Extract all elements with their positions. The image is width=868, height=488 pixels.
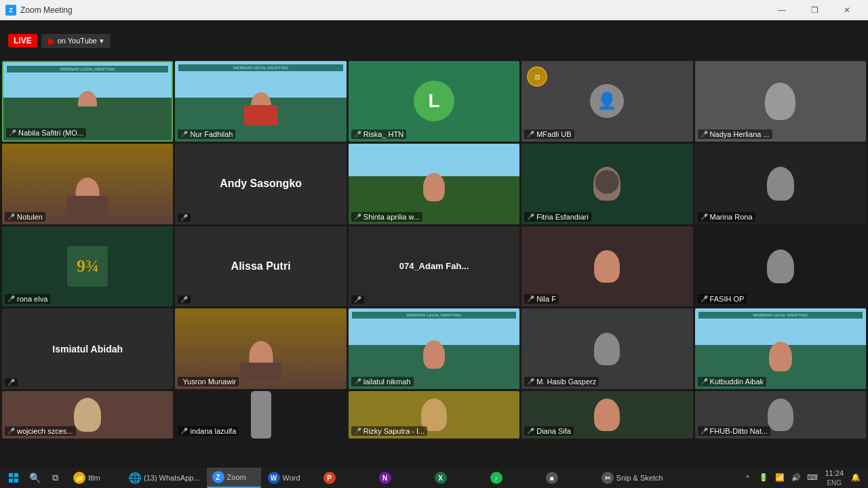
taskbar-app-word[interactable]: W Word bbox=[262, 468, 317, 488]
zoom-topbar: LIVE ▶ on YouTube ▾ bbox=[0, 20, 868, 61]
tray-notifications[interactable]: 🔔 bbox=[849, 471, 863, 485]
mute-icon-fitria: 🎤 bbox=[527, 214, 534, 220]
taskbar-app-spotify[interactable]: ♪ bbox=[485, 468, 539, 488]
tray-volume[interactable]: 🔊 bbox=[789, 471, 803, 485]
system-tray: ^ 🔋 📶 🔊 ⌨ 11:24 ENG 🔔 bbox=[738, 468, 865, 487]
snip-label: Snip & Sketch bbox=[616, 474, 663, 482]
participant-cell-fasih[interactable]: 🎤 FASIH OP bbox=[695, 226, 866, 307]
participant-cell-indana[interactable]: 🎤 indana lazulfa bbox=[175, 391, 346, 439]
tray-chevron[interactable]: ^ bbox=[741, 471, 754, 485]
participant-cell-mhasib[interactable]: 🎤 M. Hasib Gasperz bbox=[521, 308, 692, 389]
snip-icon: ✂ bbox=[601, 472, 614, 484]
tray-network[interactable]: 📶 bbox=[773, 471, 787, 485]
files-icon: ■ bbox=[546, 472, 558, 484]
zoom-label: Zoom bbox=[227, 473, 246, 481]
participant-name-notulen: 🎤 Notulen bbox=[5, 212, 45, 222]
participant-cell-riska[interactable]: L 🎤 Riska_ HTN bbox=[349, 61, 519, 142]
participant-name-nadya: 🎤 Nadya Herliana ... bbox=[698, 129, 772, 139]
taskbar-app-files[interactable]: ■ bbox=[540, 468, 595, 488]
taskbar-app-onenote[interactable]: N bbox=[374, 468, 428, 488]
participant-cell-shinta[interactable]: 🎤 Shinta aprilia w... bbox=[349, 144, 519, 224]
participant-cell-fitria[interactable]: 🎤 Fitria Esfandiari bbox=[521, 144, 692, 224]
taskbar-app-excel[interactable]: X bbox=[429, 468, 484, 488]
mute-icon-riska: 🎤 bbox=[354, 131, 361, 138]
spotify-icon: ♪ bbox=[490, 472, 502, 484]
youtube-label: on YouTube bbox=[58, 37, 97, 45]
namecard-alissa: Alissa Putri bbox=[226, 255, 296, 278]
participant-cell-adam[interactable]: 074_Adam Fah... 🎤 bbox=[349, 226, 519, 307]
taskbar-app-snip[interactable]: ✂ Snip & Sketch bbox=[596, 468, 669, 488]
participant-cell-rizky[interactable]: 🎤 Rizky Saputra - I... bbox=[349, 391, 519, 439]
mute-icon-ismiatul: 🎤 bbox=[7, 379, 15, 386]
participant-cell-nabila[interactable]: WEBINAR LEGAL DRAFTING 🎤 Nabila Safitri … bbox=[2, 61, 173, 142]
mute-icon-nur: 🎤 bbox=[180, 131, 188, 138]
participant-cell-diana[interactable]: 🎤 Diana Sifa bbox=[521, 391, 692, 439]
taskbar-app-whatsapp[interactable]: 🌐 (13) WhatsApp... bbox=[123, 468, 205, 488]
participant-cell-andy[interactable]: Andy Sasongko 🎤 bbox=[175, 144, 346, 224]
taskbar-app-explorer[interactable]: 📁 Itlm bbox=[68, 468, 122, 488]
taskbar-apps: 📁 Itlm 🌐 (13) WhatsApp... Z Zoom W Word bbox=[65, 468, 738, 488]
powerpoint-icon: P bbox=[323, 472, 336, 484]
task-view-button[interactable]: ⧉ bbox=[45, 468, 65, 488]
mute-icon-marina: 🎤 bbox=[701, 214, 708, 220]
minimize-button[interactable]: — bbox=[766, 0, 797, 20]
live-badge: LIVE bbox=[8, 34, 37, 47]
participant-cell-kutbuddin[interactable]: WEBINAR LEGAL DRAFTING 🎤 Kutbuddin Aibak bbox=[695, 308, 866, 389]
participant-name-rona: 🎤 rona elva bbox=[5, 294, 50, 304]
mute-icon-lailatul: 🎤 bbox=[354, 378, 361, 385]
namecard-andy: Andy Sasongko bbox=[214, 172, 307, 195]
participant-cell-fhub[interactable]: 🎤 FHUB-Ditto Nat... bbox=[695, 391, 866, 439]
participant-name-nabila: 🎤 Nabila Safitri (MO... bbox=[6, 128, 86, 138]
participant-cell-nadya[interactable]: 🎤 Nadya Herliana ... bbox=[695, 61, 866, 142]
search-icon: 🔍 bbox=[29, 472, 41, 483]
mute-icon-nila: 🎤 bbox=[527, 296, 534, 302]
participant-name-ismiatul: 🎤 bbox=[5, 378, 18, 386]
participant-cell-alissa[interactable]: Alissa Putri 🎤 bbox=[175, 226, 346, 307]
participant-cell-notulen[interactable]: 🎤 Notulen bbox=[2, 144, 173, 224]
participant-name-fitria: 🎤 Fitria Esfandiari bbox=[524, 212, 591, 222]
task-view-icon: ⧉ bbox=[52, 472, 58, 483]
youtube-icon: ▶ bbox=[48, 36, 55, 46]
mute-icon-diana: 🎤 bbox=[527, 428, 534, 434]
mute-icon-rizky: 🎤 bbox=[354, 428, 361, 434]
participant-cell-lailatul[interactable]: WEBINAR LEGAL DRAFTING 🎤 lailatul nikmah bbox=[349, 308, 519, 389]
start-button[interactable] bbox=[3, 468, 24, 488]
titlebar: Z Zoom Meeting — ❐ ✕ bbox=[0, 0, 868, 20]
participant-name-riska: 🎤 Riska_ HTN bbox=[351, 129, 406, 139]
namecard-ismiatul: Ismiatul Abidah bbox=[47, 338, 128, 360]
participant-grid: WEBINAR LEGAL DRAFTING 🎤 Nabila Safitri … bbox=[0, 61, 868, 441]
participant-cell-mfadli[interactable]: 👤 ⚖ 🎤 MFadli UB bbox=[521, 61, 692, 142]
window-controls: — ❐ ✕ bbox=[766, 0, 863, 20]
participant-cell-wojciech[interactable]: 🎤 wojciech szces... bbox=[2, 391, 173, 439]
participant-cell-nila[interactable]: 🎤 Nila F bbox=[521, 226, 692, 307]
mute-icon-fasih: 🎤 bbox=[701, 296, 708, 302]
search-button[interactable]: 🔍 bbox=[24, 470, 45, 486]
dropdown-arrow-icon: ▾ bbox=[100, 37, 104, 45]
participant-cell-nur[interactable]: WEBINAR LEGAL DRAFTING 🎤 Nur Fadhilah bbox=[175, 61, 346, 142]
participant-cell-yusron[interactable]: Yusron Munawir bbox=[175, 308, 346, 389]
app-icon: Z bbox=[5, 5, 16, 16]
participant-name-yusron: Yusron Munawir bbox=[178, 377, 239, 386]
participant-cell-ismiatul[interactable]: Ismiatul Abidah 🎤 bbox=[2, 308, 173, 389]
participant-cell-rona[interactable]: 9¾ 🎤 rona elva bbox=[2, 226, 173, 307]
participant-name-shinta: 🎤 Shinta aprilia w... bbox=[351, 212, 422, 222]
participant-name-indana: 🎤 indana lazulfa bbox=[178, 426, 239, 436]
taskbar-app-zoom[interactable]: Z Zoom bbox=[207, 468, 261, 488]
mute-icon-mfadli: 🎤 bbox=[527, 131, 534, 138]
participant-cell-marina[interactable]: 🎤 Marina Rona bbox=[695, 144, 866, 224]
mute-icon-alissa: 🎤 bbox=[180, 296, 188, 303]
mute-icon-adam: 🎤 bbox=[354, 296, 361, 303]
word-icon: W bbox=[268, 472, 280, 484]
taskbar-app-powerpoint[interactable]: P bbox=[318, 468, 372, 488]
youtube-button[interactable]: ▶ on YouTube ▾ bbox=[41, 34, 111, 48]
close-button[interactable]: ✕ bbox=[831, 0, 863, 20]
mute-icon-nabila: 🎤 bbox=[9, 129, 16, 136]
participant-name-alissa: 🎤 bbox=[178, 296, 191, 304]
participant-name-fhub: 🎤 FHUB-Ditto Nat... bbox=[698, 426, 771, 436]
tray-keyboard: ⌨ bbox=[806, 471, 819, 485]
maximize-button[interactable]: ❐ bbox=[799, 0, 830, 20]
tray-battery[interactable]: 🔋 bbox=[757, 471, 770, 485]
mute-icon-mhasib: 🎤 bbox=[527, 378, 534, 385]
taskbar: 🔍 ⧉ 📁 Itlm 🌐 (13) WhatsApp... Z Zoom bbox=[0, 468, 868, 488]
taskbar-time: 11:24 ENG bbox=[822, 468, 846, 487]
